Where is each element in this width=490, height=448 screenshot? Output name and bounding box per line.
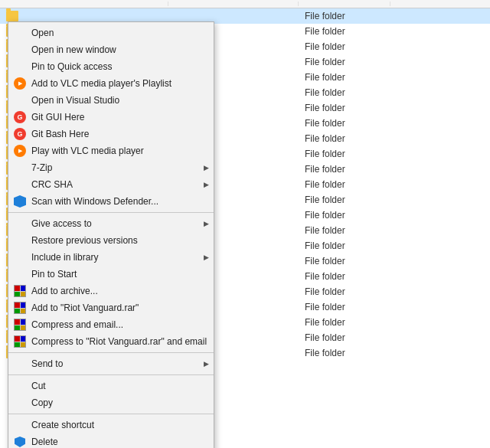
cell-size	[390, 76, 452, 79]
cell-size	[390, 122, 452, 125]
menu-item-label: Give access to	[31, 218, 92, 229]
archive-icon	[13, 318, 27, 332]
cell-size	[390, 198, 452, 201]
menu-item-add-archive[interactable]: Add to archive...	[8, 283, 214, 299]
cell-type: File folder	[299, 316, 390, 329]
archive-icon	[13, 335, 27, 348]
cell-size	[390, 214, 452, 217]
menu-item-label: Add to archive...	[31, 286, 98, 296]
shield-icon	[13, 435, 27, 448]
menu-item-label: Delete	[31, 437, 58, 447]
menu-item-git-bash[interactable]: GGit Bash Here	[8, 126, 214, 142]
menu-item-label: Git GUI Here	[31, 112, 84, 123]
menu-item-copy[interactable]: Copy	[8, 394, 214, 411]
cell-date	[168, 15, 299, 18]
menu-item-create-shortcut[interactable]: Create shortcut	[8, 417, 214, 433]
vlc-icon	[13, 77, 27, 90]
cell-type: File folder	[299, 346, 390, 360]
archive-icon	[13, 301, 27, 315]
cell-type: File folder	[299, 178, 390, 191]
cell-size	[390, 137, 452, 140]
cell-size	[390, 168, 452, 171]
menu-item-label: 7-Zip	[31, 162, 52, 173]
menu-item-label: Restore previous versions	[31, 235, 138, 246]
cell-type: File folder	[299, 239, 390, 253]
menu-item-label: Compress and email...	[31, 319, 123, 330]
menu-item-pin-start[interactable]: Pin to Start	[8, 266, 214, 283]
menu-item-label: Add to "Riot Vanguard.rar"	[31, 302, 139, 313]
context-menu: OpenOpen in new windowPin to Quick acces…	[8, 21, 214, 448]
menu-item-add-vlc-playlist[interactable]: Add to VLC media player's Playlist	[8, 75, 214, 92]
cell-type: File folder	[299, 162, 390, 176]
archive-icon	[13, 284, 27, 298]
cell-type: File folder	[299, 147, 390, 161]
menu-item-scan-defender[interactable]: Scan with Windows Defender...	[8, 193, 214, 210]
cell-type: File folder	[299, 101, 390, 115]
menu-separator	[8, 352, 214, 353]
menu-item-give-access[interactable]: Give access to	[8, 215, 214, 232]
menu-item-label: Pin to Start	[31, 269, 77, 280]
col-header-type	[299, 2, 390, 6]
cell-size	[390, 275, 452, 278]
menu-item-compress-rar-email[interactable]: Compress to "Riot Vanguard.rar" and emai…	[8, 333, 214, 350]
menu-separator	[8, 212, 214, 213]
menu-item-7zip[interactable]: 7-Zip	[8, 159, 214, 176]
cell-size	[390, 30, 452, 33]
menu-item-label: Play with VLC media player	[31, 146, 144, 156]
menu-item-compress-email[interactable]: Compress and email...	[8, 316, 214, 333]
menu-item-open-visual-studio[interactable]: Open in Visual Studio	[8, 92, 214, 109]
menu-item-label: Open	[31, 28, 54, 38]
menu-item-label: Create shortcut	[31, 420, 94, 430]
cell-type: File folder	[299, 300, 390, 314]
menu-item-open[interactable]: Open	[8, 25, 214, 41]
menu-item-git-gui[interactable]: GGit GUI Here	[8, 109, 214, 126]
menu-item-play-vlc[interactable]: Play with VLC media player	[8, 142, 214, 159]
cell-type: File folder	[299, 55, 390, 69]
cell-type: File folder	[299, 193, 390, 207]
menu-item-include-library[interactable]: Include in library	[8, 249, 214, 266]
menu-item-label: Pin to Quick access	[31, 61, 112, 72]
menu-separator	[8, 374, 214, 375]
menu-item-crc-sha[interactable]: CRC SHA	[8, 176, 214, 193]
menu-item-send-to[interactable]: Send to	[8, 355, 214, 372]
menu-item-label: Git Bash Here	[31, 129, 89, 139]
menu-separator	[8, 414, 214, 414]
cell-type: File folder	[299, 86, 390, 100]
git-icon: G	[13, 127, 27, 141]
menu-item-cut[interactable]: Cut	[8, 378, 214, 394]
cell-size	[390, 15, 452, 18]
cell-size	[390, 91, 452, 94]
cell-size	[390, 290, 452, 293]
folder-icon	[6, 11, 18, 21]
menu-item-label: Open in new window	[31, 44, 116, 55]
menu-item-label: CRC SHA	[31, 179, 73, 190]
cell-type: File folder	[299, 254, 390, 268]
menu-item-pin-quick-access[interactable]: Pin to Quick access	[8, 58, 214, 75]
menu-item-restore-previous[interactable]: Restore previous versions	[8, 232, 214, 249]
menu-item-open-new-window[interactable]: Open in new window	[8, 41, 214, 58]
cell-size	[390, 60, 452, 64]
menu-item-label: Send to	[31, 358, 63, 369]
menu-item-add-rar[interactable]: Add to "Riot Vanguard.rar"	[8, 299, 214, 316]
cell-type: File folder	[299, 208, 390, 222]
cell-size	[390, 321, 452, 324]
cell-size	[390, 45, 452, 48]
cell-size	[390, 336, 452, 339]
cell-type: File folder	[299, 270, 390, 283]
git-icon: G	[13, 110, 27, 124]
cell-size	[390, 244, 452, 247]
cell-type: File folder	[299, 331, 390, 345]
menu-item-delete[interactable]: Delete	[8, 433, 214, 448]
col-header-date	[168, 2, 299, 6]
cell-type: File folder	[299, 40, 390, 54]
cell-type: File folder	[299, 116, 390, 130]
menu-item-label: Add to VLC media player's Playlist	[31, 78, 172, 89]
cell-size	[390, 306, 452, 309]
menu-item-label: Copy	[31, 397, 53, 408]
cell-size	[390, 106, 452, 110]
column-headers	[0, 0, 490, 8]
menu-item-label: Scan with Windows Defender...	[31, 196, 158, 207]
cell-size	[390, 260, 452, 263]
vlc-icon	[13, 144, 27, 158]
cell-size	[390, 183, 452, 186]
